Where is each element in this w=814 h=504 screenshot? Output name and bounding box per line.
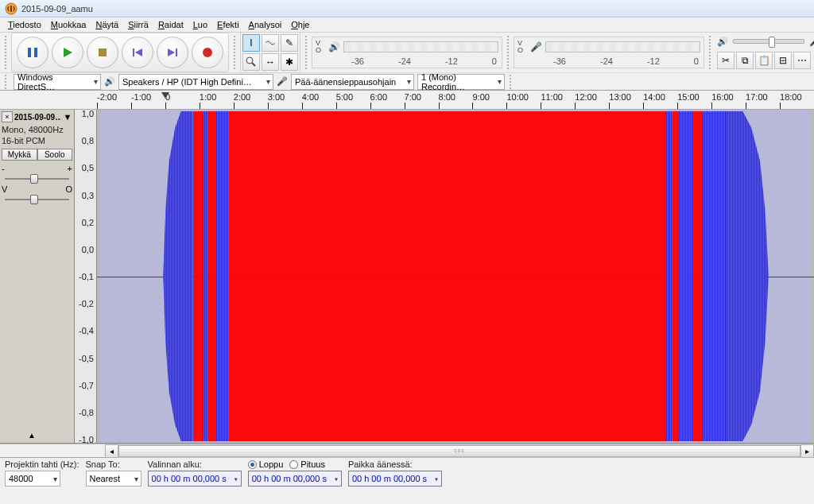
selection-tool[interactable]: I bbox=[242, 34, 260, 52]
timeline-ruler[interactable]: -2:00-1:0001:002:003:004:005:006:007:008… bbox=[0, 91, 814, 110]
transport-toolbar bbox=[11, 33, 229, 72]
multi-tool[interactable]: ✱ bbox=[281, 53, 298, 71]
draw-tool[interactable]: ✎ bbox=[281, 34, 298, 52]
mute-button[interactable]: Mykkä bbox=[2, 149, 37, 161]
output-device-dropdown[interactable]: Speakers / HP (IDT High Defini… bbox=[118, 74, 273, 90]
record-meter: VO 🎤 -36-24-120 bbox=[514, 37, 704, 68]
end-radio[interactable]: Loppu bbox=[248, 459, 284, 469]
copy-button[interactable]: ⧉ bbox=[736, 52, 754, 69]
speaker-icon: 🔊 bbox=[104, 76, 115, 87]
scroll-thumb[interactable]: ≡≡≡ bbox=[118, 445, 800, 457]
menu-analyze[interactable]: Analysoi bbox=[244, 18, 287, 31]
track-collapse-button[interactable]: ▲ bbox=[28, 431, 36, 440]
mic-icon: 🎤 bbox=[809, 37, 814, 47]
svg-rect-6 bbox=[133, 48, 134, 56]
svg-marker-9 bbox=[168, 48, 175, 56]
menu-view[interactable]: Näytä bbox=[91, 18, 123, 31]
track-format1: Mono, 48000Hz bbox=[2, 124, 72, 135]
project-rate-label: Projektin tahti (Hz): bbox=[5, 459, 79, 469]
title-bar: 2015-09-09_aamu bbox=[0, 0, 814, 17]
play-button[interactable] bbox=[52, 37, 83, 68]
solo-button[interactable]: Soolo bbox=[37, 149, 73, 161]
menu-file[interactable]: Tiedosto bbox=[3, 18, 46, 31]
track-close-button[interactable]: × bbox=[2, 111, 13, 122]
vertical-scale[interactable]: 1,00,80,50,30,20,0-0,1-0,2-0,4-0,5-0,7-0… bbox=[75, 110, 97, 443]
audio-host-dropdown[interactable]: Windows DirectS… bbox=[14, 74, 101, 90]
skip-end-button[interactable] bbox=[157, 37, 188, 68]
selection-start-label: Valinnan alku: bbox=[148, 459, 242, 469]
speaker-icon: 🔊 bbox=[717, 37, 728, 47]
track-area: × 2015-09-09… ▼ Mono, 48000Hz 16-bit PCM… bbox=[0, 110, 814, 444]
skip-start-button[interactable] bbox=[122, 37, 153, 68]
menu-create[interactable]: Luo bbox=[188, 18, 212, 31]
selection-start-field[interactable]: 00 h 00 m 00,000 s bbox=[148, 471, 242, 487]
track-menu-button[interactable]: ▼ bbox=[63, 112, 72, 122]
snap-dropdown[interactable]: Nearest bbox=[86, 471, 141, 487]
scroll-track[interactable]: ≡≡≡ bbox=[118, 444, 800, 458]
grip[interactable] bbox=[510, 75, 514, 89]
menu-help[interactable]: Ohje bbox=[286, 18, 314, 31]
track-format2: 16-bit PCM bbox=[2, 135, 72, 146]
scroll-left-button[interactable]: ◂ bbox=[105, 444, 118, 458]
record-button[interactable] bbox=[192, 37, 223, 68]
envelope-tool[interactable] bbox=[262, 34, 279, 52]
waveform-display[interactable] bbox=[97, 110, 814, 443]
trim-button[interactable]: ⊟ bbox=[774, 52, 792, 69]
grip[interactable] bbox=[5, 36, 6, 69]
output-volume-slider[interactable] bbox=[733, 39, 804, 44]
svg-marker-7 bbox=[135, 48, 142, 56]
silence-button[interactable]: ⋯ bbox=[793, 52, 811, 69]
svg-rect-1 bbox=[10, 6, 12, 12]
menu-tracks[interactable]: Raidat bbox=[153, 18, 188, 31]
meter-out-bar[interactable] bbox=[343, 41, 498, 52]
selection-end-field[interactable]: 00 h 00 m 00,000 s bbox=[248, 471, 342, 487]
menu-move[interactable]: Siirrä bbox=[123, 18, 153, 31]
meter-in-ticks: -36-24-120 bbox=[517, 56, 700, 66]
track-control-panel: × 2015-09-09… ▼ Mono, 48000Hz 16-bit PCM… bbox=[0, 110, 75, 443]
grip[interactable] bbox=[234, 36, 235, 69]
mic-icon[interactable]: 🎤 bbox=[530, 41, 542, 52]
track-name[interactable]: 2015-09-09… bbox=[14, 113, 61, 122]
stop-button[interactable] bbox=[87, 37, 118, 68]
cut-button[interactable]: ✂ bbox=[717, 52, 735, 69]
scroll-right-button[interactable]: ▸ bbox=[800, 444, 814, 458]
pause-button[interactable] bbox=[17, 37, 48, 68]
pan-slider[interactable]: VO bbox=[2, 184, 72, 200]
meter-in-label: VO bbox=[517, 40, 527, 54]
svg-point-10 bbox=[203, 48, 212, 57]
grip[interactable] bbox=[5, 75, 9, 89]
paste-button[interactable]: 📋 bbox=[755, 52, 773, 69]
svg-line-12 bbox=[252, 63, 255, 66]
menu-bar: Tiedosto Muokkaa Näytä Siirrä Raidat Luo… bbox=[0, 17, 814, 33]
audio-position-label: Paikka äänessä: bbox=[348, 459, 442, 469]
project-rate-dropdown[interactable]: 48000 bbox=[5, 471, 60, 487]
horizontal-scrollbar: ◂ ≡≡≡ ▸ bbox=[0, 444, 814, 457]
svg-point-11 bbox=[246, 57, 253, 64]
timeshift-tool[interactable]: ↔ bbox=[262, 53, 279, 71]
zoom-tool[interactable] bbox=[242, 53, 260, 71]
selection-bar: Projektin tahti (Hz): 48000 Snap To: Nea… bbox=[0, 457, 814, 490]
meter-out-label: VO bbox=[316, 40, 325, 54]
svg-rect-3 bbox=[34, 48, 37, 57]
grip[interactable] bbox=[709, 36, 711, 69]
window-title: 2015-09-09_aamu bbox=[21, 4, 93, 14]
meter-in-bar[interactable] bbox=[545, 41, 700, 52]
playback-meter: VO 🔊 -36-24-120 bbox=[312, 37, 502, 68]
app-icon bbox=[5, 2, 17, 15]
grip[interactable] bbox=[305, 36, 307, 69]
input-channels-dropdown[interactable]: 1 (Mono) Recordin… bbox=[417, 74, 505, 90]
svg-rect-8 bbox=[176, 48, 177, 56]
menu-effect[interactable]: Efekti bbox=[212, 18, 244, 31]
mic-icon: 🎤 bbox=[277, 76, 288, 87]
grip[interactable] bbox=[507, 36, 509, 69]
gain-slider[interactable]: -+ bbox=[2, 164, 72, 180]
edit-toolbar: ✂ ⧉ 📋 ⊟ ⋯ ↶ ↷ ⏱ ⇔ ⤢ bbox=[717, 52, 814, 69]
svg-marker-4 bbox=[64, 48, 72, 57]
length-radio[interactable]: Pituus bbox=[289, 459, 325, 469]
speaker-icon[interactable]: 🔊 bbox=[328, 41, 340, 52]
tools-toolbar: I ✎ ↔ ✱ bbox=[240, 32, 300, 73]
audio-position-field[interactable]: 00 h 00 m 00,000 s bbox=[348, 471, 442, 487]
svg-rect-2 bbox=[28, 48, 31, 57]
menu-edit[interactable]: Muokkaa bbox=[46, 18, 91, 31]
input-device-dropdown[interactable]: Pää-äänensieppausohjain bbox=[291, 74, 414, 90]
